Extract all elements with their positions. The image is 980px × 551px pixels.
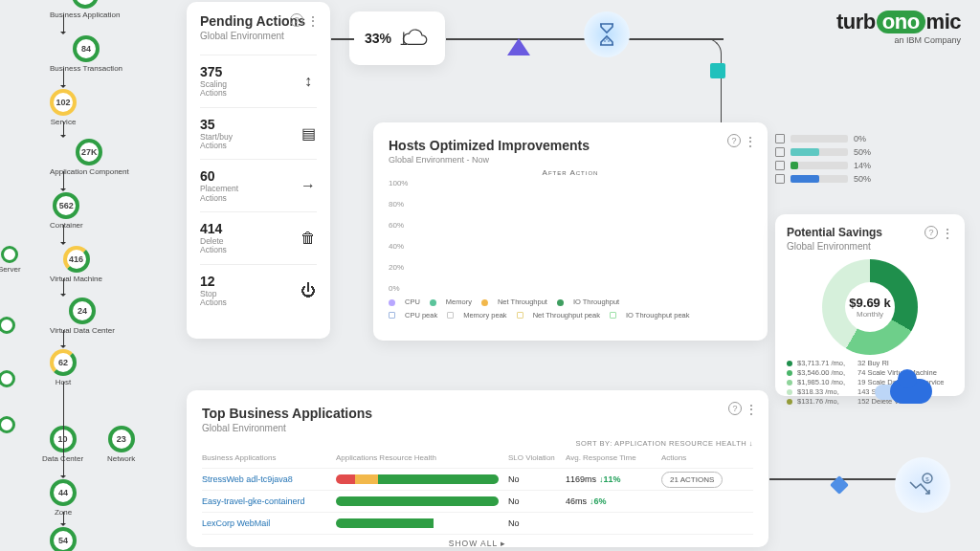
svg-point-2	[606, 38, 608, 40]
card-title: Top Business Applications	[202, 406, 372, 421]
more-icon[interactable]: ⋮	[306, 13, 319, 29]
logo-part-3: mic	[926, 10, 961, 34]
column-header[interactable]: Business Applications	[202, 453, 336, 462]
cloud-decoration	[890, 379, 932, 404]
health-bar	[336, 474, 499, 484]
app-row[interactable]: StressWeb adl-tc9java8 No 1169ms↓11% 21 …	[202, 469, 753, 491]
supply-chain-tree: 32Business Application84Business Transac…	[0, 0, 172, 551]
triangle-icon	[507, 27, 530, 55]
card-subtitle: Global Environment	[200, 31, 317, 41]
help-icon[interactable]: ?	[727, 134, 741, 147]
mini-legend-row: 0%	[775, 134, 947, 143]
column-header[interactable]: Avg. Response Time	[566, 453, 661, 462]
potential-savings-card: Potential Savings Global Environment ? ⋮…	[775, 214, 965, 396]
mini-legend: 0%50%14%50%	[775, 134, 947, 201]
response-time: 46ms↓6%	[566, 496, 661, 506]
pending-actions-card: Pending Actions Global Environment ? ⋮ 3…	[187, 2, 330, 339]
slo-value: No	[508, 474, 566, 484]
cloud-icon	[399, 24, 430, 53]
mini-legend-row: 50%	[775, 174, 947, 184]
tree-node[interactable]: 54	[50, 527, 77, 551]
tree-node[interactable]: 23Network	[107, 426, 135, 463]
tree-node[interactable]	[0, 370, 15, 387]
svg-point-3	[604, 40, 606, 42]
tree-node[interactable]: 84Business Transaction	[50, 35, 122, 73]
sort-arrow-icon: ↓	[749, 439, 753, 448]
app-name-link[interactable]: StressWeb adl-tc9java8	[202, 474, 336, 484]
card-subtitle: Global Environment - Now	[389, 155, 752, 165]
pending-action-row[interactable]: 414DeleteActions🗑	[200, 211, 317, 264]
logo-part-2: ono	[877, 11, 925, 33]
response-time: 1169ms↓11%	[566, 474, 661, 484]
connector-corner	[687, 38, 722, 122]
pending-action-row[interactable]: 60PlacementActions→	[200, 159, 317, 211]
list-icon: ▤	[300, 125, 317, 143]
actions-button[interactable]: 21 ACTIONS	[661, 472, 723, 488]
hourglass-icon	[584, 11, 630, 57]
column-header[interactable]: Applications Resource Health	[336, 453, 508, 462]
cloud-pct-value: 33%	[365, 31, 391, 46]
tree-node[interactable]: 32Business Application	[50, 0, 120, 19]
trash-icon: 🗑	[300, 230, 317, 247]
cloud-percentage-card: 33%	[349, 11, 445, 65]
savings-row: $3,546.00 /mo,74 Scale Virtual Machine	[787, 368, 953, 377]
help-icon[interactable]: ?	[290, 13, 303, 27]
help-icon[interactable]: ?	[924, 226, 938, 239]
card-subtitle: Global Environment	[202, 423, 372, 433]
pending-action-row[interactable]: 12StopActions⏻	[200, 264, 317, 317]
card-subtitle: Global Environment	[787, 241, 953, 252]
column-header[interactable]: SLO Violation	[508, 453, 566, 462]
tree-node[interactable]: 24Virtual Data Center	[50, 298, 115, 335]
tree-node[interactable]	[0, 317, 15, 334]
more-icon[interactable]: ⋮	[745, 402, 757, 417]
health-bar	[336, 496, 499, 506]
chart-legend: CPUMemoryNet ThroughputIO ThroughputCPU …	[389, 296, 752, 321]
mini-legend-row: 50%	[775, 147, 947, 157]
more-icon[interactable]: ⋮	[744, 134, 756, 149]
tree-node[interactable]	[0, 416, 15, 433]
square-icon	[710, 63, 725, 78]
connector	[331, 38, 354, 40]
sort-by-label[interactable]: SORT BY: APPLICATION RESOURCE HEALTH ↓	[202, 439, 753, 448]
app-row[interactable]: LexCorp WebMail No	[202, 513, 753, 535]
logo-subtitle: an IBM Company	[894, 35, 961, 45]
health-bar	[336, 518, 499, 528]
svg-text:$: $	[925, 476, 929, 482]
app-name-link[interactable]: LexCorp WebMail	[202, 518, 336, 528]
column-header[interactable]: Actions	[661, 453, 738, 462]
tree-node[interactable]: Server	[0, 246, 21, 274]
power-icon: ⏻	[300, 282, 317, 299]
svg-point-4	[608, 40, 610, 42]
savings-value: $9.69 k	[849, 296, 890, 310]
pending-action-row[interactable]: 375ScalingActions↕	[200, 55, 317, 107]
savings-donut: $9.69 k Monthly	[822, 259, 918, 355]
top-apps-card: Top Business Applications Global Environ…	[187, 390, 768, 547]
chart-section-label: After Action	[389, 168, 752, 177]
tree-node[interactable]: 416Virtual Machine	[50, 246, 102, 283]
brand-logo: turb ono mic an IBM Company	[836, 10, 961, 45]
hosts-chart-card: Hosts Optimized Improvements Global Envi…	[373, 122, 768, 341]
card-title: Hosts Optimized Improvements	[389, 138, 752, 153]
tree-node[interactable]: 562Container	[50, 192, 83, 230]
slo-value: No	[508, 496, 566, 506]
resize-icon: ↕	[300, 73, 317, 90]
show-all-button[interactable]: SHOW ALL ▸	[202, 539, 753, 548]
tree-node[interactable]: 27KApplication Component	[50, 139, 129, 176]
app-name-link[interactable]: Easy-travel-gke-containerd	[202, 496, 336, 506]
mini-legend-row: 14%	[775, 161, 947, 170]
savings-trend-icon: $	[895, 457, 950, 513]
help-icon[interactable]: ?	[728, 402, 742, 415]
logo-part-1: turb	[836, 10, 876, 34]
hosts-bar-chart: 100%80%60%40%20%0%	[389, 183, 752, 288]
savings-label: Monthly	[857, 310, 883, 319]
response-time	[566, 518, 661, 528]
pending-action-row[interactable]: 35Start/buyActions▤	[200, 107, 317, 160]
app-row[interactable]: Easy-travel-gke-containerd No 46ms↓6%	[202, 491, 753, 513]
slo-value: No	[508, 518, 566, 528]
savings-row: $3,713.71 /mo,32 Buy RI	[787, 359, 953, 367]
arrow-icon: →	[300, 177, 317, 194]
more-icon[interactable]: ⋮	[941, 226, 953, 241]
